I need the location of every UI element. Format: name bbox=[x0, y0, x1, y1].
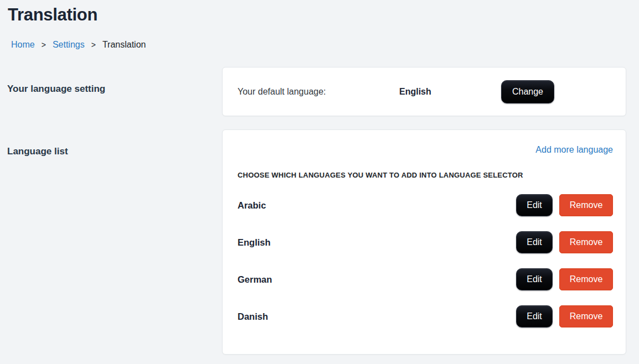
language-row: German Edit Remove bbox=[238, 268, 613, 290]
language-row: Arabic Edit Remove bbox=[238, 194, 613, 216]
edit-button[interactable]: Edit bbox=[516, 231, 553, 253]
breadcrumb-settings-link[interactable]: Settings bbox=[53, 40, 85, 50]
breadcrumb: Home > Settings > Translation bbox=[11, 40, 639, 50]
content-grid: Your language setting Your default langu… bbox=[0, 67, 639, 355]
add-more-language-link[interactable]: Add more language bbox=[535, 145, 613, 155]
language-name: German bbox=[238, 274, 272, 285]
language-row: English Edit Remove bbox=[238, 231, 613, 253]
edit-button[interactable]: Edit bbox=[516, 268, 553, 290]
breadcrumb-separator: > bbox=[91, 40, 96, 49]
language-list-heading: CHOOSE WHICH LANGUAGES YOU WANT TO ADD I… bbox=[238, 171, 613, 179]
page-title: Translation bbox=[0, 0, 639, 25]
breadcrumb-home-link[interactable]: Home bbox=[11, 40, 35, 50]
breadcrumb-separator: > bbox=[42, 40, 46, 49]
language-list-header: Add more language bbox=[238, 145, 613, 155]
section-label-language-list: Language list bbox=[0, 129, 222, 355]
remove-button[interactable]: Remove bbox=[559, 231, 613, 253]
row-actions: Edit Remove bbox=[516, 305, 613, 327]
edit-button[interactable]: Edit bbox=[516, 194, 553, 216]
language-row: Danish Edit Remove bbox=[238, 305, 613, 327]
change-button[interactable]: Change bbox=[501, 80, 554, 103]
section-label-language-setting: Your language setting bbox=[0, 67, 222, 116]
remove-button[interactable]: Remove bbox=[559, 268, 613, 290]
remove-button[interactable]: Remove bbox=[559, 194, 613, 216]
language-name: English bbox=[238, 237, 271, 248]
language-name: Danish bbox=[238, 311, 268, 322]
default-language-label: Your default language: bbox=[238, 87, 399, 97]
default-language-value: English bbox=[399, 87, 501, 97]
row-actions: Edit Remove bbox=[516, 194, 613, 216]
row-actions: Edit Remove bbox=[516, 268, 613, 290]
default-language-card: Your default language: English Change bbox=[222, 67, 626, 116]
row-actions: Edit Remove bbox=[516, 231, 613, 253]
language-name: Arabic bbox=[238, 200, 266, 211]
remove-button[interactable]: Remove bbox=[559, 305, 613, 327]
language-list-card: Add more language CHOOSE WHICH LANGUAGES… bbox=[222, 129, 626, 355]
edit-button[interactable]: Edit bbox=[516, 305, 553, 327]
breadcrumb-current: Translation bbox=[102, 40, 146, 50]
